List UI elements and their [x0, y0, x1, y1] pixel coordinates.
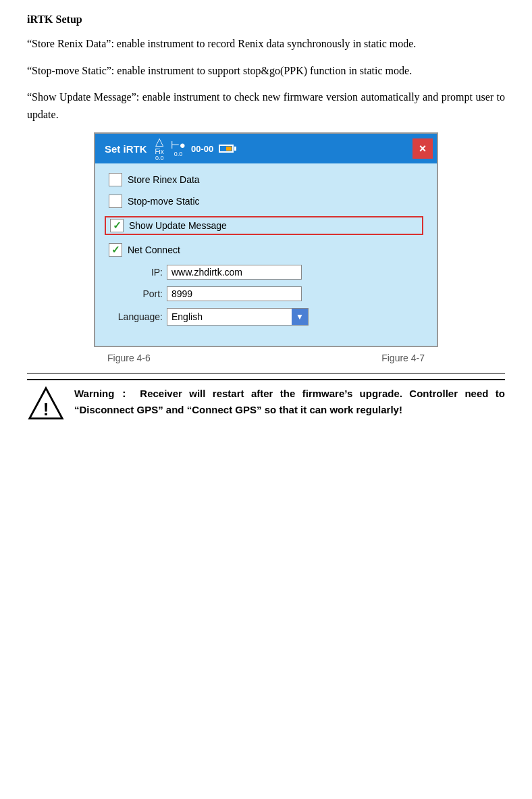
checkbox-net-connect: ✓ Net Connect [109, 243, 423, 257]
checkbox-net-connect-box[interactable]: ✓ [109, 243, 122, 257]
battery-fill-orange [226, 147, 232, 151]
battery-icon [219, 145, 236, 153]
battery-fill-empty [221, 147, 226, 151]
device-figure: Set iRTK △ Fix 0.0 ⊢● 0.0 00-00 [90, 132, 442, 366]
ip-input[interactable] [167, 265, 302, 280]
sat-sub: 0.0 [174, 151, 183, 158]
time-display: 00-00 [191, 144, 213, 154]
link-symbol: ⊢● [171, 140, 186, 151]
language-label: Language: [109, 311, 163, 322]
para-store-rinex-label: “Store Renix Data”: [27, 38, 114, 49]
page-title: iRTK Setup [27, 14, 505, 26]
checkbox-stop-move-box[interactable] [109, 195, 122, 208]
figure-4-6-label: Figure 4-6 [107, 353, 151, 363]
checkbox-show-update-box[interactable]: ✓ [110, 219, 124, 232]
warning-text: Warning： Receiver will restart after the… [74, 386, 505, 418]
para-store-rinex: “Store Renix Data”: enable instrument to… [27, 35, 505, 53]
top-bar: Set iRTK △ Fix 0.0 ⊢● 0.0 00-00 [95, 134, 437, 163]
set-irtk-button[interactable]: Set iRTK [99, 140, 153, 157]
checkbox-show-update-label: Show Update Message [129, 220, 227, 231]
para-show-update-label: “Show Update Message”: [27, 91, 139, 103]
para-stop-move-desc: enable instrument to support stop&go(PPK… [114, 65, 412, 76]
figure-4-7-label: Figure 4-7 [381, 353, 425, 363]
para-store-rinex-desc: enable instrument to record Renix data s… [114, 38, 416, 49]
checkbox-stop-move: Stop-move Static [109, 195, 423, 208]
port-label: Port: [109, 288, 163, 299]
checkbox-store-rinex: Store Rinex Data [109, 173, 423, 186]
divider [27, 373, 505, 373]
ip-field-row: IP: [109, 265, 423, 280]
triangle-icon: △ [155, 136, 163, 148]
para-show-update: “Show Update Message”: enable instrument… [27, 88, 505, 123]
screen-content: Store Rinex Data Stop-move Static ✓ Show… [95, 163, 437, 339]
warning-triangle-svg: ! [27, 386, 65, 423]
checkbox-store-rinex-label: Store Rinex Data [128, 174, 200, 185]
sat-icon: ⊢● 0.0 [171, 140, 186, 157]
checkbox-stop-move-label: Stop-move Static [128, 196, 200, 207]
language-dropdown-button[interactable]: ▼ [292, 309, 308, 325]
fix-sub: 0.0 [155, 155, 164, 162]
language-select[interactable]: English ▼ [167, 308, 309, 326]
port-input[interactable] [167, 286, 302, 301]
battery-cap [234, 147, 236, 151]
language-value: English [167, 310, 292, 324]
warning-box: ! Warning： Receiver will restart after t… [27, 379, 505, 426]
svg-text:!: ! [43, 399, 49, 419]
fix-icon: △ Fix 0.0 [155, 136, 164, 161]
language-field-row: Language: English ▼ [109, 308, 423, 326]
checkbox-store-rinex-box[interactable] [109, 173, 122, 186]
ip-label: IP: [109, 267, 163, 278]
figures-row: Figure 4-6 Figure 4-7 [94, 350, 438, 366]
checkbox-net-connect-label: Net Connect [128, 244, 180, 255]
device-screen: Set iRTK △ Fix 0.0 ⊢● 0.0 00-00 [94, 132, 438, 347]
close-button[interactable]: × [413, 138, 433, 159]
para-stop-move-label: “Stop-move Static”: [27, 65, 114, 76]
checkbox-show-update: ✓ Show Update Message [105, 216, 423, 235]
warning-icon: ! [27, 386, 65, 426]
port-field-row: Port: [109, 286, 423, 301]
para-stop-move: “Stop-move Static”: enable instrument to… [27, 62, 505, 80]
battery-body [219, 145, 234, 153]
warning-description: Receiver will restart after the firmware… [74, 388, 505, 415]
warning-label: Warning： [74, 388, 133, 399]
